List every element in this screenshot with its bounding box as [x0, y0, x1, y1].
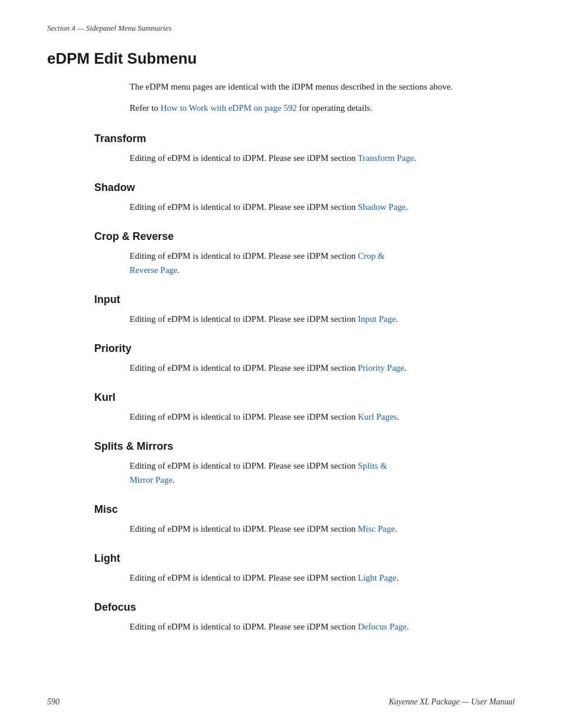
heading-input: Input — [94, 294, 515, 306]
section-label: Section 4 — Sidepanel Menu Summaries — [47, 24, 515, 33]
heading-misc: Misc — [94, 503, 515, 516]
link-defocus-page[interactable]: Defocus Page — [358, 622, 406, 631]
content-shadow-suffix: . — [406, 202, 408, 212]
intro-refer-link[interactable]: How to Work with eDPM on page 592 — [160, 103, 296, 113]
heading-light: Light — [94, 552, 515, 565]
intro-refer-suffix: for operating details. — [297, 103, 372, 113]
content-crop-reverse: Editing of eDPM is identical to iDPM. Pl… — [130, 249, 515, 277]
content-shadow: Editing of eDPM is identical to iDPM. Pl… — [130, 200, 515, 214]
content-transform-suffix: . — [414, 153, 416, 163]
content-transform: Editing of eDPM is identical to iDPM. Pl… — [130, 151, 515, 165]
content-shadow-prefix: Editing of eDPM is identical to iDPM. Pl… — [130, 202, 358, 212]
content-misc-suffix: . — [395, 524, 397, 533]
intro-refer-prefix: Refer to — [130, 103, 160, 113]
content-input-prefix: Editing of eDPM is identical to iDPM. Pl… — [130, 314, 358, 324]
content-light: Editing of eDPM is identical to iDPM. Pl… — [130, 571, 515, 585]
content-kurl-suffix: . — [397, 412, 399, 421]
heading-transform: Transform — [94, 133, 515, 145]
content-transform-prefix: Editing of eDPM is identical to iDPM. Pl… — [130, 153, 358, 163]
content-crop-suffix: . — [177, 265, 180, 275]
content-priority-suffix: . — [404, 363, 406, 373]
content-priority-prefix: Editing of eDPM is identical to iDPM. Pl… — [130, 363, 358, 373]
content-defocus-prefix: Editing of eDPM is identical to iDPM. Pl… — [130, 622, 358, 631]
intro-paragraph2: Refer to How to Work with eDPM on page 5… — [130, 101, 515, 115]
heading-shadow: Shadow — [94, 182, 515, 194]
content-kurl: Editing of eDPM is identical to iDPM. Pl… — [130, 410, 515, 424]
content-splits-suffix: . — [173, 475, 175, 485]
heading-defocus: Defocus — [94, 601, 515, 614]
content-crop-prefix: Editing of eDPM is identical to iDPM. Pl… — [130, 251, 358, 261]
link-light-page[interactable]: Light Page — [358, 573, 396, 582]
content-kurl-prefix: Editing of eDPM is identical to iDPM. Pl… — [130, 412, 358, 421]
content-light-prefix: Editing of eDPM is identical to iDPM. Pl… — [130, 573, 358, 582]
content-input: Editing of eDPM is identical to iDPM. Pl… — [130, 312, 515, 326]
content-misc-prefix: Editing of eDPM is identical to iDPM. Pl… — [130, 524, 358, 533]
page: Section 4 — Sidepanel Menu Summaries eDP… — [0, 0, 562, 728]
heading-kurl: Kurl — [94, 391, 515, 404]
content-splits-mirrors: Editing of eDPM is identical to iDPM. Pl… — [130, 459, 515, 487]
footer-title: Kayenne XL Package — User Manual — [389, 697, 515, 707]
link-transform-page[interactable]: Transform Page — [358, 153, 414, 163]
content-input-suffix: . — [396, 314, 398, 324]
heading-splits-mirrors: Splits & Mirrors — [94, 440, 515, 453]
content-defocus-suffix: . — [406, 622, 409, 631]
content-defocus: Editing of eDPM is identical to iDPM. Pl… — [130, 620, 515, 634]
heading-crop-reverse: Crop & Reverse — [94, 230, 515, 243]
content-misc: Editing of eDPM is identical to iDPM. Pl… — [130, 522, 515, 536]
content-light-suffix: . — [396, 573, 399, 582]
link-misc-page[interactable]: Misc Page — [358, 524, 395, 533]
footer: 590 Kayenne XL Package — User Manual — [47, 697, 515, 707]
intro-paragraph1: The eDPM menu pages are identical with t… — [130, 80, 515, 94]
link-priority-page[interactable]: Priority Page — [358, 363, 404, 373]
heading-priority: Priority — [94, 342, 515, 355]
link-shadow-page[interactable]: Shadow Page — [358, 202, 405, 212]
link-input-page[interactable]: Input Page — [358, 314, 396, 324]
page-title: eDPM Edit Submenu — [47, 50, 515, 68]
content-splits-prefix: Editing of eDPM is identical to iDPM. Pl… — [130, 461, 358, 470]
content-priority: Editing of eDPM is identical to iDPM. Pl… — [130, 361, 515, 375]
footer-page-number: 590 — [47, 697, 59, 707]
link-kurl-pages[interactable]: Kurl Pages — [358, 412, 396, 421]
